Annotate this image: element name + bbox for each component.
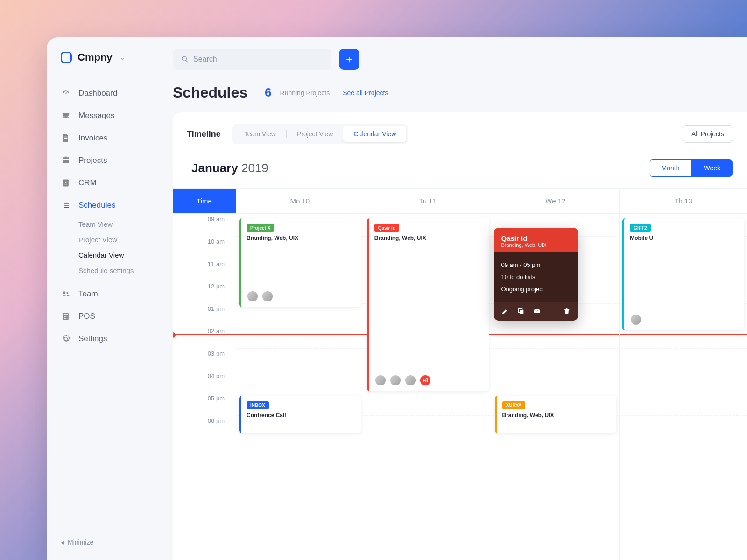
- event-inbox[interactable]: INBOX Confrence Call: [239, 396, 361, 433]
- time-label: 10 am: [173, 236, 236, 259]
- sidebar-item-invoices[interactable]: Invoices: [61, 127, 173, 149]
- event-qasir-id[interactable]: Qasir id Branding, Web, UIX +8: [367, 218, 489, 391]
- range-month-button[interactable]: Month: [649, 160, 692, 176]
- time-column: 09 am 10 am 11 am 12 pm 01 pm 02 am 03 p…: [173, 214, 236, 560]
- time-label: 01 pm: [173, 303, 236, 326]
- sidebar-item-schedules[interactable]: Schedules: [61, 194, 173, 217]
- svg-point-12: [182, 56, 186, 61]
- avatar: [374, 374, 387, 386]
- submenu-calendar-view[interactable]: Calendar View: [78, 247, 173, 263]
- add-button[interactable]: ＋: [339, 49, 359, 70]
- time-label: 02 am: [173, 326, 236, 348]
- month-selector-row: January 2019 Month Week: [173, 155, 747, 188]
- svg-point-1: [65, 182, 66, 183]
- brand-switcher[interactable]: Cmpny ⌄: [61, 51, 173, 63]
- popup-header: Qasir id Branding, Web, UIX: [494, 228, 578, 252]
- sidebar-item-pos[interactable]: POS: [61, 305, 173, 328]
- mail-icon[interactable]: [533, 308, 541, 315]
- trash-icon[interactable]: [563, 308, 571, 315]
- event-tag: Qasir id: [374, 224, 399, 232]
- event-subtitle: Branding, Web, UIX: [247, 235, 355, 241]
- event-subtitle: Mobile U: [630, 235, 739, 241]
- event-subtitle: Branding, Web, UIX: [502, 412, 611, 419]
- day-header: Mo 10: [236, 189, 364, 213]
- calendar-grid: Time Mo 10 Tu 11 We 12 Th 13 09 am 10 am…: [173, 188, 747, 560]
- topbar: Search ＋: [173, 37, 747, 79]
- page-header: Schedules 6 Running Projects See all Pro…: [173, 79, 747, 112]
- popup-time: 09 am - 05 pm: [501, 259, 571, 271]
- avatar-more-badge: +8: [419, 374, 431, 386]
- sidebar-item-team[interactable]: Team: [61, 283, 173, 305]
- copy-icon[interactable]: [517, 308, 525, 315]
- svg-point-6: [64, 316, 65, 317]
- page-title: Schedules: [173, 84, 247, 101]
- main-content: Search ＋ Schedules 6 Running Projects Se…: [173, 37, 747, 560]
- app-window: Cmpny ⌄ Dashboard Messages Invoices Proj…: [47, 37, 747, 560]
- search-placeholder: Search: [193, 55, 217, 63]
- schedule-icon: [61, 200, 71, 210]
- avatar: [247, 290, 259, 302]
- minimize-sidebar[interactable]: ◂ Minimize: [61, 530, 173, 546]
- range-week-button[interactable]: Week: [691, 160, 733, 176]
- svg-point-7: [65, 316, 66, 317]
- popup-actions: [494, 302, 578, 321]
- edit-icon[interactable]: [501, 308, 509, 315]
- event-xurya[interactable]: XURYA Branding, Web, UIX: [495, 396, 617, 433]
- chevron-down-icon: ⌄: [120, 54, 126, 61]
- event-tag: Project X: [247, 224, 274, 232]
- time-label: 09 am: [173, 214, 236, 236]
- sidebar-item-dashboard[interactable]: Dashboard: [61, 82, 173, 105]
- schedules-submenu: Team View Project View Calendar View Sch…: [61, 217, 173, 278]
- sidebar-item-crm[interactable]: CRM: [61, 172, 173, 194]
- project-filter-dropdown[interactable]: All Projects: [683, 125, 733, 143]
- submenu-team-view[interactable]: Team View: [78, 217, 173, 232]
- event-gift2[interactable]: GIFT2 Mobile U: [622, 218, 744, 330]
- day-column: GIFT2 Mobile U: [619, 214, 747, 560]
- see-all-projects-link[interactable]: See all Projects: [343, 89, 388, 97]
- submenu-schedule-settings[interactable]: Schedule settings: [78, 263, 173, 278]
- svg-point-10: [65, 318, 66, 319]
- popup-body: 09 am - 05 pm 10 to do lists Ongoing pro…: [494, 252, 578, 302]
- sidebar-item-projects[interactable]: Projects: [61, 149, 173, 172]
- brand-name: Cmpny: [78, 51, 113, 63]
- divider: [256, 86, 256, 99]
- event-project-x[interactable]: Project X Branding, Web, UIX: [239, 218, 361, 307]
- event-popup[interactable]: Qasir id Branding, Web, UIX 09 am - 05 p…: [494, 228, 578, 321]
- day-column: Qasir id Branding, Web, UIX +8: [364, 214, 492, 560]
- sidebar-item-label: Projects: [78, 156, 107, 165]
- timeline-panel: Timeline Team View Project View Calendar…: [173, 112, 747, 560]
- avatar: [261, 290, 274, 302]
- running-count-label: Running Projects: [280, 89, 330, 97]
- svg-rect-13: [520, 310, 523, 314]
- tab-calendar-view[interactable]: Calendar View: [343, 126, 406, 142]
- tab-project-view[interactable]: Project View: [287, 126, 344, 142]
- gauge-icon: [61, 88, 71, 98]
- svg-point-3: [66, 292, 68, 294]
- day-header: Tu 11: [364, 189, 492, 213]
- avatar: [389, 374, 402, 386]
- time-label: 05 pm: [173, 393, 236, 415]
- popup-subtitle: Branding, Web, UIX: [501, 242, 571, 248]
- time-label: 12 pm: [173, 281, 236, 303]
- sidebar-item-label: Settings: [78, 334, 107, 343]
- submenu-project-view[interactable]: Project View: [78, 232, 173, 247]
- day-column: Project X Branding, Web, UIX INBOX Confr…: [236, 214, 364, 560]
- search-input[interactable]: Search: [173, 49, 331, 70]
- event-subtitle: Confrence Call: [247, 412, 355, 419]
- calendar-body[interactable]: 09 am 10 am 11 am 12 pm 01 pm 02 am 03 p…: [173, 214, 747, 560]
- tab-team-view[interactable]: Team View: [234, 126, 286, 142]
- day-header: Th 13: [619, 189, 747, 213]
- day-header: We 12: [492, 189, 620, 213]
- svg-point-2: [63, 291, 65, 294]
- time-label: 03 pm: [173, 348, 236, 371]
- month-year: 2019: [241, 161, 268, 175]
- panel-header: Timeline Team View Project View Calendar…: [173, 112, 747, 155]
- briefcase-icon: [61, 155, 71, 166]
- sidebar-item-label: Team: [78, 289, 98, 299]
- inbox-icon: [61, 111, 71, 121]
- document-icon: [61, 133, 71, 143]
- sidebar-item-messages[interactable]: Messages: [61, 105, 173, 127]
- sidebar-item-settings[interactable]: Settings: [61, 328, 173, 350]
- event-tag: INBOX: [247, 401, 269, 409]
- event-tag: GIFT2: [630, 224, 650, 232]
